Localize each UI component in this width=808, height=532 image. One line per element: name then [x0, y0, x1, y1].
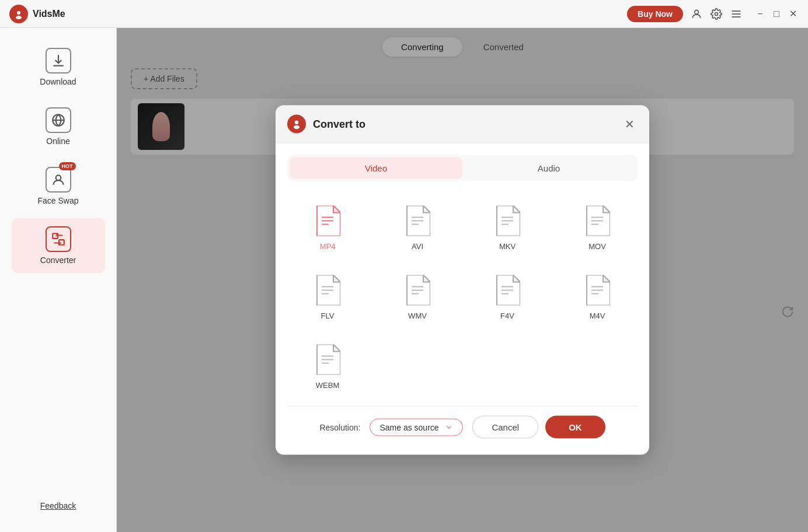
hot-badge: HOT — [59, 162, 76, 170]
maximize-button[interactable]: □ — [771, 8, 782, 20]
resolution-select[interactable]: Same as source — [370, 418, 463, 436]
sidebar-item-download[interactable]: Download — [12, 40, 105, 94]
format-avi[interactable]: AVI — [377, 198, 458, 258]
f4v-label: F4V — [500, 312, 514, 320]
sidebar-item-online[interactable]: Online — [12, 99, 105, 154]
svg-point-4 — [715, 12, 718, 15]
cancel-button[interactable]: Cancel — [472, 416, 538, 439]
sidebar-online-label: Online — [46, 136, 69, 146]
format-mov[interactable]: MOV — [557, 198, 638, 258]
wmv-label: WMV — [408, 312, 427, 320]
mov-icon — [583, 205, 611, 237]
dialog-logo — [287, 115, 306, 134]
format-flv[interactable]: FLV — [287, 267, 368, 327]
main-layout: Download Online HOT — [0, 28, 808, 532]
svg-point-16 — [294, 125, 299, 129]
mov-label: MOV — [588, 242, 606, 251]
mp4-icon — [314, 205, 342, 237]
format-mkv[interactable]: MKV — [467, 198, 548, 258]
format-webm[interactable]: WEBM — [287, 337, 368, 397]
convert-to-dialog: Convert to ✕ Video Audio — [276, 106, 649, 455]
sidebar-item-converter[interactable]: Converter — [12, 218, 105, 273]
close-button[interactable]: ✕ — [787, 8, 799, 20]
download-icon — [46, 48, 71, 74]
svg-point-15 — [295, 121, 298, 124]
flv-label: FLV — [321, 312, 335, 320]
content-area: Converting Converted + Add Files — [117, 28, 808, 532]
flv-icon — [314, 274, 342, 307]
converter-icon — [46, 226, 71, 252]
format-grid: MP4 AVI — [287, 193, 638, 401]
feedback-link[interactable]: Feedback — [31, 491, 85, 520]
sidebar-download-label: Download — [40, 77, 76, 86]
sidebar-converter-label: Converter — [40, 256, 76, 265]
settings-icon[interactable] — [710, 8, 723, 20]
svg-point-2 — [16, 16, 22, 19]
svg-point-3 — [695, 10, 699, 14]
sidebar-item-face-swap[interactable]: HOT Face Swap — [12, 159, 105, 214]
tab-audio[interactable]: Audio — [462, 158, 635, 179]
chevron-down-icon — [445, 423, 453, 431]
mkv-icon — [493, 205, 521, 237]
titlebar: VidsMe Buy Now − □ ✕ — [0, 0, 808, 28]
tab-video[interactable]: Video — [290, 158, 462, 179]
format-type-tabs: Video Audio — [287, 155, 638, 181]
sidebar-face-swap-label: Face Swap — [37, 196, 78, 205]
avi-icon — [403, 205, 431, 237]
format-wmv[interactable]: WMV — [377, 267, 458, 327]
menu-icon[interactable] — [730, 8, 743, 20]
dialog-header: Convert to ✕ — [276, 106, 649, 144]
m4v-label: M4V — [590, 312, 605, 320]
app-logo — [9, 5, 28, 23]
titlebar-actions: Buy Now − □ ✕ — [627, 6, 799, 22]
ok-button[interactable]: OK — [545, 416, 605, 439]
wmv-icon — [403, 274, 431, 307]
svg-point-11 — [55, 175, 61, 180]
dialog-title: Convert to — [313, 118, 614, 130]
f4v-icon — [493, 274, 521, 307]
resolution-label: Resolution: — [319, 422, 360, 432]
dialog-actions: Cancel OK — [472, 416, 605, 439]
avi-label: AVI — [412, 242, 423, 251]
sidebar: Download Online HOT — [0, 28, 117, 532]
face-swap-icon: HOT — [46, 167, 71, 192]
format-m4v[interactable]: M4V — [557, 267, 638, 327]
window-controls: − □ ✕ — [754, 8, 799, 20]
format-f4v[interactable]: F4V — [467, 267, 548, 327]
m4v-icon — [583, 274, 611, 307]
mp4-label: MP4 — [320, 242, 336, 251]
minimize-button[interactable]: − — [754, 8, 766, 20]
user-icon[interactable] — [690, 8, 703, 20]
dialog-body: Video Audio — [276, 144, 649, 455]
buy-now-button[interactable]: Buy Now — [627, 6, 683, 22]
webm-label: WEBM — [316, 381, 339, 390]
webm-icon — [314, 344, 342, 376]
dialog-close-button[interactable]: ✕ — [621, 116, 638, 132]
resolution-value: Same as source — [379, 422, 438, 432]
app-name: VidsMe — [33, 9, 627, 19]
globe-icon — [46, 107, 71, 133]
format-mp4[interactable]: MP4 — [287, 198, 368, 258]
resolution-row: Resolution: Same as source Cancel OK — [287, 406, 638, 443]
mkv-label: MKV — [499, 242, 516, 251]
svg-point-1 — [17, 11, 20, 15]
